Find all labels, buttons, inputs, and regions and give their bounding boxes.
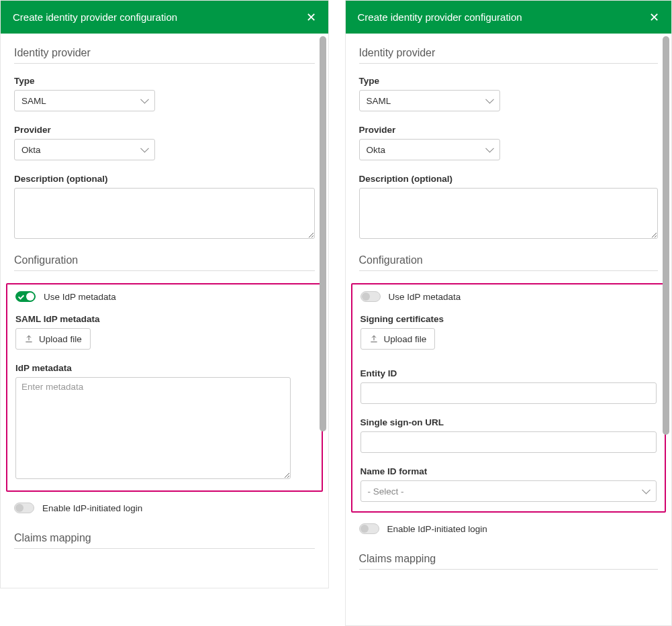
select-type[interactable]: SAML — [14, 90, 155, 111]
section-claims-mapping: Claims mapping — [14, 532, 315, 549]
scrollbar-thumb[interactable] — [663, 36, 669, 435]
dialog-header: Create identity provider configuration ✕ — [1, 1, 328, 34]
label-description: Description (optional) — [359, 174, 659, 184]
label-entity-id: Entity ID — [361, 368, 657, 378]
section-identity-provider: Identity provider — [359, 47, 659, 64]
label-use-idp-metadata: Use IdP metadata — [389, 292, 461, 302]
panel-body: Identity provider Type SAML Provider Okt… — [1, 34, 328, 588]
input-sso-url[interactable] — [361, 431, 657, 453]
highlight-box: Use IdP metadata Signing certificates Up… — [351, 283, 667, 513]
upload-file-button[interactable]: Upload file — [15, 328, 91, 350]
textarea-idp-metadata[interactable] — [15, 377, 291, 479]
select-provider-value: Okta — [21, 145, 41, 155]
panel-right: Create identity provider configuration ✕… — [345, 0, 673, 626]
select-name-id-format[interactable]: - Select - — [361, 480, 657, 502]
label-name-id-format: Name ID format — [361, 466, 657, 476]
scrollbar-thumb[interactable] — [320, 36, 326, 431]
label-sso-url: Single sign-on URL — [361, 417, 657, 427]
label-use-idp-metadata: Use IdP metadata — [44, 292, 116, 302]
close-icon[interactable]: ✕ — [649, 11, 659, 23]
toggle-enable-idp-initiated-login[interactable] — [14, 503, 34, 513]
toggle-enable-idp-initiated-login[interactable] — [359, 523, 379, 534]
upload-icon — [24, 334, 34, 344]
scrollbar-track[interactable] — [663, 36, 669, 623]
dialog-title: Create identity provider configuration — [358, 11, 522, 23]
textarea-description[interactable] — [14, 188, 315, 239]
select-type-value: SAML — [21, 96, 46, 106]
panel-body: Identity provider Type SAML Provider Okt… — [346, 34, 672, 625]
upload-file-label: Upload file — [39, 334, 82, 344]
section-identity-provider: Identity provider — [14, 47, 315, 64]
scroll-area: Identity provider Type SAML Provider Okt… — [346, 34, 672, 625]
section-claims-mapping: Claims mapping — [359, 553, 659, 570]
scroll-area: Identity provider Type SAML Provider Okt… — [1, 34, 328, 588]
select-provider[interactable]: Okta — [359, 139, 500, 160]
highlight-box: Use IdP metadata SAML IdP metadata Uploa… — [6, 283, 323, 492]
label-provider: Provider — [14, 125, 315, 135]
label-saml-idp-metadata: SAML IdP metadata — [15, 314, 314, 324]
toggle-use-idp-metadata[interactable] — [361, 291, 381, 302]
label-description: Description (optional) — [14, 174, 315, 184]
select-type[interactable]: SAML — [359, 90, 500, 111]
input-entity-id[interactable] — [361, 382, 657, 404]
label-type: Type — [14, 76, 315, 86]
dialog-title: Create identity provider configuration — [13, 11, 177, 23]
toggle-use-idp-metadata[interactable] — [15, 291, 36, 302]
label-signing-certificates: Signing certificates — [361, 314, 657, 324]
section-configuration: Configuration — [14, 254, 315, 271]
dialog-header: Create identity provider configuration ✕ — [346, 1, 672, 34]
select-provider-value: Okta — [367, 145, 386, 155]
label-enable-idp-initiated-login: Enable IdP-initiated login — [387, 524, 487, 534]
label-idp-metadata: IdP metadata — [15, 363, 314, 373]
label-provider: Provider — [359, 125, 659, 135]
select-provider[interactable]: Okta — [14, 139, 155, 160]
upload-file-label: Upload file — [384, 334, 427, 344]
close-icon[interactable]: ✕ — [306, 11, 316, 23]
label-type: Type — [359, 76, 659, 86]
select-type-value: SAML — [367, 96, 391, 106]
panel-left: Create identity provider configuration ✕… — [0, 0, 329, 588]
scrollbar-track[interactable] — [320, 36, 326, 585]
section-configuration: Configuration — [359, 254, 659, 271]
select-name-id-format-value: - Select - — [368, 486, 404, 497]
label-enable-idp-initiated-login: Enable IdP-initiated login — [42, 503, 142, 513]
textarea-description[interactable] — [359, 188, 659, 239]
upload-file-button[interactable]: Upload file — [361, 328, 436, 350]
upload-icon — [369, 334, 379, 344]
